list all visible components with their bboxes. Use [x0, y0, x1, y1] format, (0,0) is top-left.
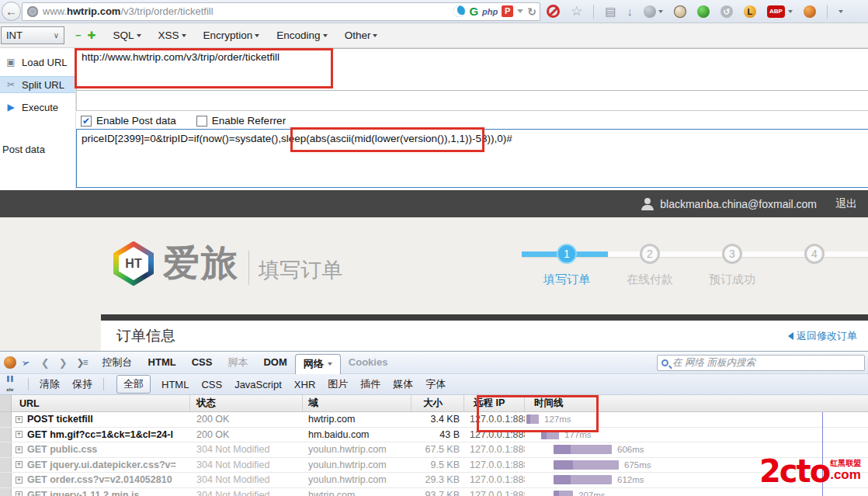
request-domain: youlun.hwtrip.com: [303, 473, 411, 487]
request-timeline: 177ms: [525, 428, 868, 442]
inspect-cursor-icon[interactable]: ➢: [19, 356, 31, 369]
url-bar[interactable]: www.hwtrip.com/v3/trip/order/ticketfill …: [22, 2, 540, 21]
nav-forward-icon[interactable]: ❯: [59, 357, 68, 369]
green-status-icon[interactable]: [697, 5, 710, 18]
execute-button[interactable]: ▶ Execute: [0, 99, 75, 116]
enable-post-data-checkbox[interactable]: ✔ Enable Post data: [81, 115, 176, 127]
column-remote-ip[interactable]: 远程 IP: [464, 395, 525, 411]
filter-media[interactable]: 媒体: [393, 377, 413, 391]
logout-link[interactable]: 退出: [835, 197, 857, 211]
section-top-bar: [101, 314, 868, 321]
expander-icon[interactable]: +: [16, 416, 23, 423]
menu-encoding[interactable]: Encoding: [276, 29, 327, 41]
load-url-button[interactable]: ▣ Load URL: [0, 54, 75, 71]
noscript-icon[interactable]: [547, 5, 560, 18]
globe-menu-icon[interactable]: [644, 5, 656, 18]
browser-toolbar: ← www.hwtrip.com/v3/trip/order/ticketfil…: [0, 0, 868, 23]
post-data-textarea[interactable]: priceID[2399]=0&tripID=if(now()=sysdate(…: [76, 129, 868, 188]
table-row[interactable]: + GET jquery-1.11.2.min.js 304 Not Modif…: [0, 488, 868, 496]
bookmark-star-icon[interactable]: ☆: [571, 3, 582, 19]
column-timeline[interactable]: 时间线: [525, 395, 868, 411]
globe-caret-icon[interactable]: [658, 10, 663, 13]
request-url[interactable]: GET order.css?v=v2.014052810: [27, 474, 172, 485]
expander-icon[interactable]: +: [16, 461, 23, 468]
request-url[interactable]: POST ticketfill: [27, 414, 93, 425]
expander-icon[interactable]: +: [16, 477, 23, 484]
adblock-caret-icon[interactable]: [788, 10, 793, 13]
column-url[interactable]: URL: [12, 395, 190, 411]
g-extension-icon[interactable]: G: [469, 5, 478, 18]
clipboard-icon[interactable]: ▤: [605, 5, 616, 19]
tab-dom[interactable]: DOM: [255, 353, 294, 372]
environment-select[interactable]: INT ∨: [1, 26, 64, 44]
overflow-caret-icon[interactable]: [838, 10, 843, 13]
table-row[interactable]: + GET order.css?v=v2.014052810 304 Not M…: [0, 473, 868, 488]
table-row[interactable]: + GET public.css 304 Not Modified youlun…: [0, 442, 868, 458]
firebug-icon[interactable]: [4, 356, 16, 369]
adblock-icon[interactable]: ABP: [767, 5, 785, 18]
history-refresh-icon[interactable]: ↺: [720, 5, 733, 18]
command-line-icon[interactable]: ❯≡: [77, 357, 87, 368]
filter-fonts[interactable]: 字体: [425, 377, 446, 391]
nav-back-icon[interactable]: ❮: [41, 357, 50, 369]
tab-css[interactable]: CSS: [184, 353, 220, 372]
menu-sql[interactable]: SQL: [113, 29, 141, 41]
menu-encryption[interactable]: Encryption: [203, 29, 260, 41]
collapse-icon[interactable]: −: [75, 29, 82, 41]
search-input[interactable]: 在 网络 面板内搜索: [657, 355, 865, 371]
tab-html[interactable]: HTML: [141, 353, 184, 372]
column-status[interactable]: 状态: [190, 395, 303, 411]
expander-icon[interactable]: +: [16, 491, 23, 496]
request-status: 304 Not Modified: [190, 473, 303, 487]
tab-console[interactable]: 控制台: [95, 352, 141, 373]
filter-javascript[interactable]: JavaScript: [234, 379, 282, 390]
download-arrow-icon[interactable]: ↓: [627, 5, 633, 18]
request-url[interactable]: GET jquery-1.11.2.min.js: [27, 490, 140, 496]
reload-icon[interactable]: ↻: [527, 5, 536, 18]
tab-cookies[interactable]: Cookies: [341, 353, 396, 372]
request-domain: hm.baidu.com: [303, 428, 411, 442]
tab-network[interactable]: 网络: [295, 354, 341, 374]
expand-icon[interactable]: ✚: [88, 29, 96, 41]
php-extension-icon[interactable]: php: [482, 5, 498, 18]
url-text[interactable]: www.hwtrip.com/v3/trip/order/ticketfill: [43, 5, 450, 17]
filter-images[interactable]: 图片: [328, 377, 348, 391]
livehttp-icon[interactable]: L: [744, 5, 756, 18]
menu-xss[interactable]: XSS: [158, 29, 186, 41]
filter-all[interactable]: 全部: [116, 375, 151, 394]
expander-icon[interactable]: +: [16, 431, 23, 438]
column-size[interactable]: 大小: [411, 395, 464, 411]
url-textarea[interactable]: http://www.hwtrip.com/v3/trip/order/tick…: [76, 48, 868, 91]
table-row[interactable]: + GET hm.gif?cc=1&ck=1&cl=24-l 200 OK hm…: [0, 428, 868, 443]
persist-button[interactable]: 保持: [72, 377, 92, 391]
table-row[interactable]: + GET jquery.ui.datepicker.css?v= 304 No…: [0, 458, 868, 473]
request-time: 606ms: [617, 445, 644, 454]
caret-down-icon: [373, 34, 377, 37]
wave-extension-icon[interactable]: [452, 4, 467, 19]
back-button[interactable]: ←: [2, 2, 21, 21]
filter-css[interactable]: CSS: [201, 379, 222, 390]
expander-icon[interactable]: +: [16, 446, 23, 453]
column-domain[interactable]: 域: [303, 395, 411, 411]
table-row[interactable]: + POST ticketfill 200 OK hwtrip.com 3.4 …: [0, 412, 868, 428]
split-url-button[interactable]: ✂ Split URL: [0, 76, 75, 93]
pagerank-extension-icon[interactable]: P: [502, 5, 513, 17]
request-url[interactable]: GET jquery.ui.datepicker.css?v=: [27, 460, 176, 470]
filter-html[interactable]: HTML: [161, 379, 189, 390]
request-url[interactable]: GET public.css: [27, 444, 97, 455]
tab-script[interactable]: 脚本: [220, 352, 255, 373]
break-on-xhr-icon[interactable]: xhr: [3, 376, 17, 394]
request-url[interactable]: GET hm.gif?cc=1&ck=1&cl=24-l: [27, 429, 173, 440]
firebug-toolbar-icon[interactable]: [804, 5, 816, 18]
clear-button[interactable]: 清除: [40, 377, 60, 391]
filter-plugins[interactable]: 插件: [360, 377, 380, 391]
menu-other[interactable]: Other: [345, 29, 378, 41]
back-to-edit-link[interactable]: 返回修改订单: [788, 329, 857, 343]
enable-referrer-checkbox[interactable]: Enable Referrer: [196, 115, 286, 127]
cookie-icon[interactable]: [674, 5, 686, 18]
filter-xhr[interactable]: XHR: [294, 379, 315, 390]
user-icon: [641, 198, 654, 210]
url-textarea-extra[interactable]: [76, 91, 868, 111]
urlbar-dropdown-icon[interactable]: [517, 9, 523, 13]
row-gutter: [0, 442, 12, 457]
